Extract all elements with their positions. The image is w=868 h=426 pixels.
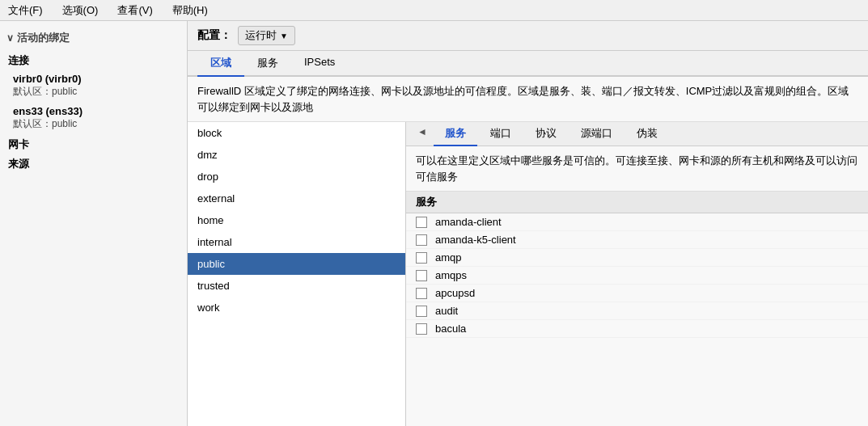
services-description: 可以在这里定义区域中哪些服务是可信的。可连接至接、网卡和源的所有主机和网络及可以… [406,146,868,192]
service-name-amanda-k5-client: amanda-k5-client [435,234,516,246]
virbr0-name: virbr0 (virbr0) [13,73,179,85]
sidebar: ∨ 活动的绑定 连接 virbr0 (virbr0) 默认区：public en… [0,21,188,426]
zone-drop[interactable]: drop [188,166,405,188]
active-binding: ∨ 活动的绑定 [0,27,187,49]
right-tab-protocols[interactable]: 协议 [524,122,568,146]
services-column-header: 服务 [416,195,437,209]
service-amanda-client[interactable]: amanda-client [406,213,868,231]
main-tabs: 区域 服务 IPSets [188,51,868,77]
connection-section-title: 连接 [0,49,187,70]
connection-ens33[interactable]: ens33 (ens33) 默认区：public [0,102,187,134]
service-name-amanda-client: amanda-client [435,216,502,228]
content-area: 配置： 运行时 ▼ 区域 服务 IPSets FirewallD 区域定义了绑定… [188,21,868,426]
service-name-apcupsd: apcupsd [435,287,475,299]
service-name-amqps: amqps [435,269,467,281]
dropdown-arrow-icon: ▼ [280,32,288,40]
main-container: ∨ 活动的绑定 连接 virbr0 (virbr0) 默认区：public en… [0,21,868,426]
service-amqps[interactable]: amqps [406,267,868,285]
tab-zones[interactable]: 区域 [197,51,244,77]
right-tab-services[interactable]: 服务 [434,122,477,146]
service-checkbox-audit[interactable] [416,306,427,317]
menu-options[interactable]: 选项(O) [57,2,104,19]
service-checkbox-amqp[interactable] [416,252,427,264]
left-nav-arrow-icon[interactable]: ◄ [413,122,432,146]
service-checkbox-amanda-client[interactable] [416,217,427,228]
ens33-default: 默认区：public [13,117,179,131]
zone-block[interactable]: block [188,122,405,144]
service-audit[interactable]: audit [406,302,868,320]
service-checkbox-amanda-k5-client[interactable] [416,234,427,246]
service-name-audit: audit [435,305,458,317]
zone-public[interactable]: public [188,253,405,275]
zone-home[interactable]: home [188,209,405,231]
zone-work[interactable]: work [188,297,405,318]
service-apcupsd[interactable]: apcupsd [406,285,868,302]
zone-dmz[interactable]: dmz [188,144,405,166]
service-checkbox-bacula[interactable] [416,323,427,335]
toolbar: 配置： 运行时 ▼ [188,21,868,51]
menu-view[interactable]: 查看(V) [112,2,157,19]
service-name-bacula: bacula [435,323,466,335]
config-label: 配置： [197,28,231,43]
service-amanda-k5-client[interactable]: amanda-k5-client [406,231,868,249]
arrow-icon: ∨ [6,32,14,44]
ens33-name: ens33 (ens33) [13,105,179,117]
source-section-title: 来源 [0,154,187,173]
zone-list: block dmz drop external home internal pu… [188,122,406,426]
services-list: amanda-client amanda-k5-client amqp amqp… [406,213,868,426]
service-name-amqp: amqp [435,251,462,264]
tab-services[interactable]: 服务 [244,51,291,77]
active-binding-label: 活动的绑定 [17,31,70,45]
zone-external[interactable]: external [188,188,405,209]
virbr0-default: 默认区：public [13,85,179,99]
menubar: 文件(F) 选项(O) 查看(V) 帮助(H) [0,0,868,21]
right-panel-tabs: ◄ 服务 端口 协议 源端口 伪装 [406,122,868,146]
runtime-label: 运行时 [245,28,277,43]
right-tab-masquerade[interactable]: 伪装 [625,122,669,146]
connection-virbr0[interactable]: virbr0 (virbr0) 默认区：public [0,70,187,102]
tab-ipsets[interactable]: IPSets [291,51,348,77]
zone-internal[interactable]: internal [188,231,405,253]
zone-description: FirewallD 区域定义了绑定的网络连接、网卡以及源地址的可信程度。区域是服… [188,77,868,122]
right-tab-ports[interactable]: 端口 [479,122,523,146]
service-bacula[interactable]: bacula [406,320,868,338]
menu-help[interactable]: 帮助(H) [167,2,213,19]
zone-trusted[interactable]: trusted [188,275,405,297]
split-pane: block dmz drop external home internal pu… [188,122,868,426]
right-tab-source-ports[interactable]: 源端口 [569,122,624,146]
service-checkbox-amqps[interactable] [416,270,427,281]
service-checkbox-apcupsd[interactable] [416,288,427,299]
services-table-header: 服务 [406,192,868,213]
runtime-dropdown[interactable]: 运行时 ▼ [238,26,295,45]
right-panel: ◄ 服务 端口 协议 源端口 伪装 可以在这里定义区域中哪些服务是可信的。可连接… [406,122,868,426]
nic-section-title: 网卡 [0,134,187,154]
menu-file[interactable]: 文件(F) [3,2,48,19]
service-amqp[interactable]: amqp [406,249,868,267]
